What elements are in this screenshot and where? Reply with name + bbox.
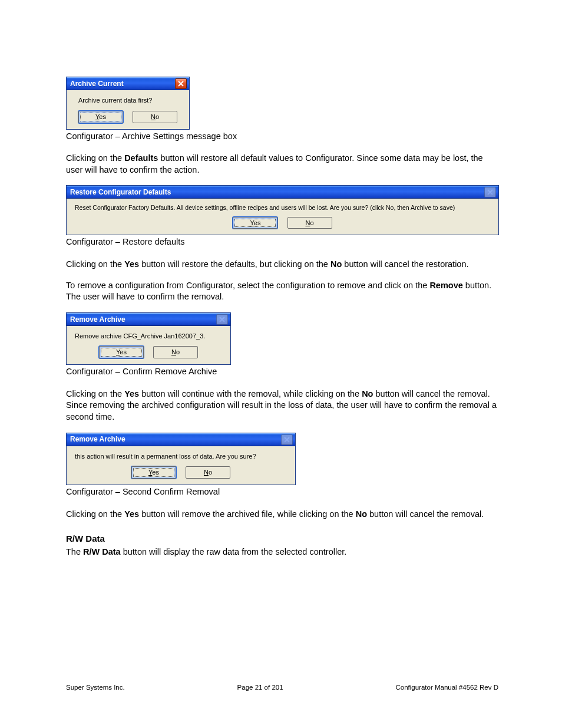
titlebar: Remove Archive [67,433,295,446]
titlebar: Archive Current [67,77,189,90]
no-button[interactable]: No [287,217,332,229]
dialog-message: Archive current data first? [67,90,189,108]
footer-center: Page 21 of 201 [237,683,283,693]
close-icon[interactable] [281,434,293,445]
para-yes-no-remove-final: Clicking on the Yes button will remove t… [66,509,498,521]
yes-button[interactable]: Yes [78,111,123,123]
dialog-message: Remove archive CFG_Archive Jan162007_3. [67,326,230,344]
no-button[interactable]: No [186,466,230,479]
yes-button[interactable]: Yes [233,217,277,229]
close-icon[interactable] [175,78,187,89]
titlebar: Restore Configurator Defaults [67,186,498,199]
close-icon[interactable] [216,314,228,325]
close-icon[interactable] [484,187,496,197]
no-button[interactable]: No [133,111,177,123]
yes-button[interactable]: Yes [99,346,144,358]
para-yes-no-remove: Clicking on the Yes button will continue… [66,388,498,423]
dialog-title: Remove Archive [70,434,281,444]
dialog-title: Remove Archive [70,315,216,324]
heading-rw-data: R/W Data [66,533,498,545]
dialog-title: Restore Configurator Defaults [70,187,484,197]
footer-right: Configurator Manual #4562 Rev D [395,683,498,693]
para-yes-no-restore: Clicking on the Yes button will restore … [66,259,498,271]
no-button[interactable]: No [153,346,198,358]
caption-archive: Configurator – Archive Settings message … [66,131,498,143]
dialog-message: this action will result in a permanent l… [67,446,295,465]
dialog-remove-archive-1: Remove Archive Remove archive CFG_Archiv… [66,312,498,367]
footer-left: Super Systems Inc. [66,683,125,693]
para-defaults: Clicking on the Defaults button will res… [66,153,498,176]
dialog-archive-current: Archive Current Archive current data fir… [66,77,498,131]
dialog-remove-archive-2: Remove Archive this action will result i… [66,433,498,487]
dialog-title: Archive Current [70,79,175,88]
dialog-restore-defaults: Restore Configurator Defaults Reset Conf… [66,185,498,236]
caption-second-confirm: Configurator – Second Confirm Removal [66,486,498,498]
page-footer: Super Systems Inc. Page 21 of 201 Config… [66,683,498,693]
para-rw-data: The R/W Data button will display the raw… [66,546,498,558]
yes-button[interactable]: Yes [131,466,176,479]
titlebar: Remove Archive [67,313,230,326]
dialog-message: Reset Configurator Factory Defaults. All… [67,199,498,214]
para-remove-intro: To remove a configuration from Configura… [66,280,498,303]
caption-restore: Configurator – Restore defaults [66,236,498,248]
caption-confirm-remove: Configurator – Confirm Remove Archive [66,366,498,378]
